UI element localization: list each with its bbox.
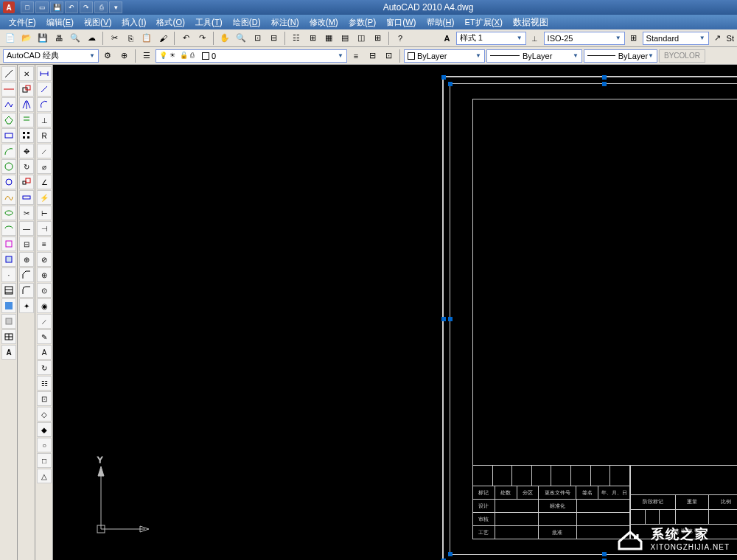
publish-icon[interactable]: ☁: [84, 31, 99, 46]
dimstyle-dropdown[interactable]: ISO-25▼: [544, 32, 625, 45]
revcloud-icon[interactable]: [1, 175, 16, 189]
linetype-dropdown[interactable]: ByLayer▼: [486, 49, 582, 63]
workspace-settings-icon[interactable]: ⚙: [100, 49, 115, 63]
trim-icon[interactable]: ✂: [19, 206, 34, 220]
menu-et-ext[interactable]: ET扩展(X): [461, 15, 507, 29]
properties-icon[interactable]: ☷: [289, 31, 304, 46]
xline-icon[interactable]: [1, 82, 16, 97]
grip-handle[interactable]: [441, 317, 446, 321]
dim-quick-icon[interactable]: ⚡: [37, 190, 52, 205]
dim-edit-icon[interactable]: ✎: [37, 329, 52, 344]
menu-insert[interactable]: 插入(I): [117, 15, 150, 29]
menu-view[interactable]: 视图(V): [80, 15, 116, 29]
dim-update-icon[interactable]: ↻: [37, 360, 52, 375]
dim-misc5-icon[interactable]: △: [37, 469, 52, 483]
move-icon[interactable]: ✥: [19, 144, 34, 158]
ellipse-arc-icon[interactable]: [1, 221, 16, 236]
mirror-icon[interactable]: [19, 97, 34, 112]
dim-misc2-icon[interactable]: ◆: [37, 422, 52, 437]
center-mark-icon[interactable]: ⊙: [37, 283, 52, 298]
qat-undo-icon[interactable]: ↶: [65, 1, 78, 13]
workspace-save-icon[interactable]: ⊕: [116, 49, 131, 63]
make-block-icon[interactable]: [1, 252, 16, 267]
paste-icon[interactable]: 📋: [139, 31, 154, 46]
dim-misc1-icon[interactable]: ◇: [37, 407, 52, 421]
markup-icon[interactable]: ◫: [354, 31, 368, 46]
qat-dropdown-icon[interactable]: ▾: [109, 1, 122, 13]
dim-misc3-icon[interactable]: ○: [37, 438, 52, 452]
dim-textedit-icon[interactable]: A: [37, 345, 52, 360]
workspace-dropdown[interactable]: AutoCAD 经典▼: [3, 49, 99, 63]
menu-parametric[interactable]: 参数(P): [344, 15, 380, 29]
menu-window[interactable]: 窗口(W): [382, 15, 420, 29]
qat-print-icon[interactable]: ⎙: [94, 1, 108, 13]
insert-block-icon[interactable]: [1, 237, 16, 251]
drawing-canvas[interactable]: 标记 处数 分区 更改文件号 签名 年、月、日 设计 标准化: [53, 65, 737, 560]
tablestyle-dropdown[interactable]: Standard▼: [643, 32, 709, 45]
ellipse-icon[interactable]: [1, 206, 16, 220]
lineweight-dropdown[interactable]: ByLayer▼: [584, 49, 657, 63]
dim-jogged-icon[interactable]: ⟋: [37, 144, 52, 158]
join-icon[interactable]: ⊕: [19, 252, 34, 267]
dim-diameter-icon[interactable]: ⌀: [37, 159, 52, 174]
dim-arc-icon[interactable]: [37, 97, 52, 112]
menu-help[interactable]: 帮助(H): [422, 15, 459, 29]
calc-icon[interactable]: ⊞: [370, 31, 385, 46]
offset-icon[interactable]: [19, 113, 34, 127]
dim-space-icon[interactable]: ≡: [37, 237, 52, 251]
fillet-icon[interactable]: [19, 283, 34, 298]
open-icon[interactable]: 📂: [19, 31, 34, 46]
drawing-sheet-frame[interactable]: 标记 处数 分区 更改文件号 签名 年、月、日 设计 标准化: [442, 76, 737, 560]
dim-style-icon[interactable]: ☷: [37, 376, 52, 391]
menu-edit[interactable]: 编辑(E): [42, 15, 78, 29]
tablestyle-icon[interactable]: ⊞: [626, 31, 641, 46]
qat-new-icon[interactable]: □: [21, 1, 34, 13]
menu-dimension[interactable]: 标注(N): [267, 15, 304, 29]
arc-icon[interactable]: [1, 144, 16, 158]
menu-format[interactable]: 格式(O): [152, 15, 189, 29]
array-icon[interactable]: [19, 128, 34, 143]
qat-open-icon[interactable]: ▭: [35, 1, 49, 13]
copy-icon[interactable]: ⎘: [123, 31, 138, 46]
layer-state-icon[interactable]: ⊟: [365, 49, 380, 63]
dim-misc4-icon[interactable]: □: [37, 453, 52, 468]
layer-iso-icon[interactable]: ⊡: [381, 49, 396, 63]
gradient-icon[interactable]: [1, 298, 16, 313]
grip-handle[interactable]: [602, 75, 607, 80]
erase-icon[interactable]: ✕: [19, 66, 34, 81]
color-dropdown[interactable]: ByLayer▼: [404, 49, 485, 63]
stretch-icon[interactable]: [19, 190, 34, 205]
dim-override-icon[interactable]: ⊡: [37, 391, 52, 406]
chamfer-icon[interactable]: [19, 267, 34, 282]
matchprop-icon[interactable]: 🖌: [156, 31, 170, 46]
preview-icon[interactable]: 🔍: [68, 31, 83, 46]
grip-handle[interactable]: [448, 82, 453, 86]
undo-icon[interactable]: ↶: [178, 31, 193, 46]
textstyle-dropdown[interactable]: 样式 1▼: [456, 32, 526, 45]
line-icon[interactable]: [1, 66, 16, 81]
rotate-icon[interactable]: ↻: [19, 159, 34, 174]
point-icon[interactable]: ·: [1, 267, 16, 282]
app-icon[interactable]: A: [3, 1, 15, 13]
qat-redo-icon[interactable]: ↷: [80, 1, 93, 13]
menu-file[interactable]: 文件(F): [4, 15, 41, 29]
dimstyle-icon[interactable]: ⟂: [528, 31, 542, 46]
table-icon[interactable]: [1, 329, 16, 344]
sheet-icon[interactable]: ▤: [338, 31, 352, 46]
zoom-window-icon[interactable]: ⊡: [250, 31, 265, 46]
copy-obj-icon[interactable]: [19, 82, 34, 97]
layer-prev-icon[interactable]: ≡: [349, 49, 363, 63]
scale-icon[interactable]: [19, 175, 34, 189]
print-icon[interactable]: 🖶: [52, 31, 66, 46]
mleader-icon[interactable]: ↗: [710, 31, 725, 46]
dim-continue-icon[interactable]: ⊣: [37, 221, 52, 236]
grip-handle[interactable]: [448, 552, 453, 556]
toolpalette-icon[interactable]: ▦: [321, 31, 336, 46]
dim-inspect-icon[interactable]: ◉: [37, 298, 52, 313]
bycolor-button[interactable]: BYCOLOR: [659, 49, 705, 63]
textstyle-icon[interactable]: A: [440, 31, 455, 46]
explode-icon[interactable]: ✦: [19, 298, 34, 313]
dim-radius-icon[interactable]: R: [37, 128, 52, 143]
grip-handle[interactable]: [448, 317, 453, 321]
zoom-prev-icon[interactable]: ⊟: [266, 31, 281, 46]
